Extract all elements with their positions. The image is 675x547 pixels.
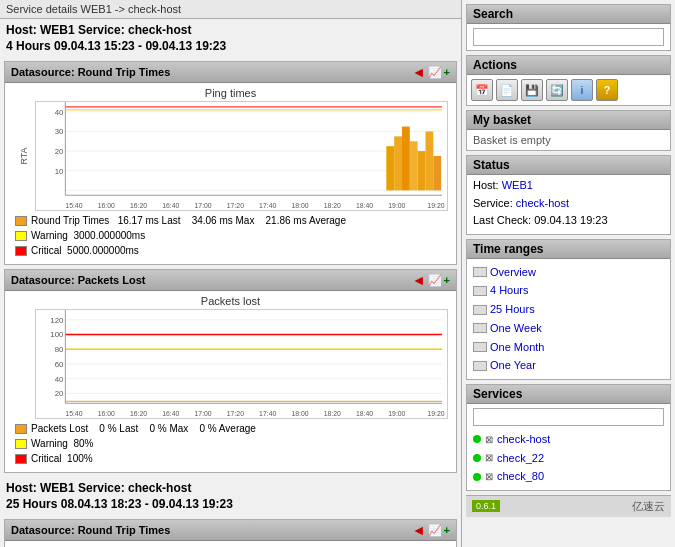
time-range-item-overview: Overview: [473, 263, 664, 282]
time-range-item-year: One Year: [473, 356, 664, 375]
service-link-check-22[interactable]: check_22: [497, 449, 544, 468]
action-btn-help[interactable]: ?: [596, 79, 618, 101]
y-axis-label-1: RTA: [19, 147, 29, 164]
status-service-label: Service:: [473, 197, 516, 209]
svg-text:15:40: 15:40: [65, 202, 82, 209]
action-btn-save[interactable]: 💾: [521, 79, 543, 101]
svg-text:60: 60: [55, 360, 64, 369]
action-buttons: 📅 📄 💾 🔄 i ?: [467, 75, 670, 105]
service-item-check-22: ⊠ check_22: [473, 449, 664, 468]
legend-item-2-0: Packets Lost 0 % Last 0 % Max 0 % Averag…: [15, 421, 446, 436]
svg-rect-12: [394, 136, 402, 190]
warning-icon-3: ◄: [412, 522, 426, 538]
host-name-2: WEB1: [40, 481, 75, 495]
action-btn-pdf[interactable]: 📄: [496, 79, 518, 101]
basket-content: Basket is empty: [467, 130, 670, 150]
svg-text:18:40: 18:40: [356, 410, 373, 417]
legend-color-2-2: [15, 454, 27, 464]
legend-item-2-2: Critical 100%: [15, 451, 446, 466]
plus-icon-3[interactable]: +: [444, 524, 450, 536]
legend-text-1-0: Round Trip Times 16.17 ms Last 34.06 ms …: [31, 213, 346, 228]
svg-text:17:00: 17:00: [195, 202, 212, 209]
time-range-link-month[interactable]: One Month: [490, 338, 544, 357]
service-link-check-80[interactable]: check_80: [497, 467, 544, 486]
service-label: Service:: [78, 23, 128, 37]
legend-color-1-0: [15, 216, 27, 226]
status-section: Status Host: WEB1 Service: check-host La…: [466, 155, 671, 235]
services-search-input[interactable]: [473, 408, 664, 426]
svg-text:17:20: 17:20: [227, 202, 244, 209]
time-range-link-year[interactable]: One Year: [490, 356, 536, 375]
chart-area-1: Ping times RTA 40 30 20 10: [5, 83, 456, 264]
time-range-icon-week: [473, 323, 487, 333]
status-content: Host: WEB1 Service: check-host Last Chec…: [467, 175, 670, 234]
action-btn-info[interactable]: i: [571, 79, 593, 101]
chart-title-2: Packets lost: [9, 295, 452, 307]
svg-text:20: 20: [55, 147, 64, 156]
plus-icon-2[interactable]: +: [444, 274, 450, 286]
svg-text:10: 10: [55, 167, 64, 176]
chart-svg-1: 40 30 20 10: [36, 102, 447, 210]
time-range-line-1: 4 Hours 09.04.13 15:23 - 09.04.13 19:23: [6, 39, 455, 53]
search-section: Search: [466, 4, 671, 51]
svg-text:18:20: 18:20: [324, 202, 341, 209]
svg-text:19:00: 19:00: [388, 202, 405, 209]
time-range-icon-month: [473, 342, 487, 352]
datasource-section-2: Datasource: Packets Lost ◄ 📈 + Packets l…: [4, 269, 457, 473]
search-input[interactable]: [473, 28, 664, 46]
svg-text:18:00: 18:00: [291, 202, 308, 209]
status-host-link[interactable]: WEB1: [502, 179, 533, 191]
svg-text:20: 20: [55, 389, 64, 398]
svg-rect-14: [410, 141, 418, 190]
legend-item-1-2: Critical 5000.000000ms: [15, 243, 446, 258]
time-range-link-overview[interactable]: Overview: [490, 263, 536, 282]
datasource-icons-2: ◄ 📈 +: [412, 272, 450, 288]
time-ranges-header: Time ranges: [467, 240, 670, 259]
legend-color-1-1: [15, 231, 27, 241]
datasource-3-placeholder: [5, 541, 456, 547]
svg-text:80: 80: [55, 345, 64, 354]
host-service-info-1: Host: WEB1 Service: check-host 4 Hours 0…: [0, 19, 461, 57]
legend-item-1-1: Warning 3000.000000ms: [15, 228, 446, 243]
service-link-check-host[interactable]: check-host: [497, 430, 550, 449]
action-btn-calendar[interactable]: 📅: [471, 79, 493, 101]
legend-text-2-2: Critical 100%: [31, 451, 93, 466]
legend-text-1-2: Critical 5000.000000ms: [31, 243, 139, 258]
datasource-icons-1: ◄ 📈 +: [412, 64, 450, 80]
service-item-check-80: ⊠ check_80: [473, 467, 664, 486]
chart-icon-1[interactable]: 📈: [428, 66, 442, 79]
svg-text:17:00: 17:00: [195, 410, 212, 417]
chart-legend-1: Round Trip Times 16.17 ms Last 34.06 ms …: [9, 211, 452, 260]
host-name-1: WEB1: [40, 23, 75, 37]
footer: 0.6.1 亿速云: [466, 495, 671, 517]
svg-rect-15: [418, 151, 426, 190]
service-status-dot-3: [473, 473, 481, 481]
legend-color-1-2: [15, 246, 27, 256]
legend-item-1-0: Round Trip Times 16.17 ms Last 34.06 ms …: [15, 213, 446, 228]
actions-section: Actions 📅 📄 💾 🔄 i ?: [466, 55, 671, 106]
host-label: Host:: [6, 23, 40, 37]
svg-text:15:40: 15:40: [65, 410, 82, 417]
time-range-icon-25h: [473, 305, 487, 315]
time-range-link-4h[interactable]: 4 Hours: [490, 281, 529, 300]
chart-icon-3[interactable]: 📈: [428, 524, 442, 537]
time-range-link-25h[interactable]: 25 Hours: [490, 300, 535, 319]
svg-text:19:20: 19:20: [427, 202, 444, 209]
status-service-link[interactable]: check-host: [516, 197, 569, 209]
chart-title-1: Ping times: [9, 87, 452, 99]
service-name-1: check-host: [128, 23, 191, 37]
action-btn-refresh[interactable]: 🔄: [546, 79, 568, 101]
status-host-label: Host:: [473, 179, 502, 191]
warning-icon-2: ◄: [412, 272, 426, 288]
svg-rect-13: [402, 127, 410, 191]
status-service-row: Service: check-host: [473, 195, 664, 213]
time-range-dates-2: 08.04.13 18:23 - 09.04.13 19:23: [61, 497, 233, 511]
chart-icon-2[interactable]: 📈: [428, 274, 442, 287]
svg-text:16:40: 16:40: [162, 202, 179, 209]
plus-icon-1[interactable]: +: [444, 66, 450, 78]
time-range-item-4h: 4 Hours: [473, 281, 664, 300]
service-status-dot-2: [473, 454, 481, 462]
svg-text:19:00: 19:00: [388, 410, 405, 417]
time-range-link-week[interactable]: One Week: [490, 319, 542, 338]
host-service-info-2: Host: WEB1 Service: check-host 25 Hours …: [0, 477, 461, 515]
